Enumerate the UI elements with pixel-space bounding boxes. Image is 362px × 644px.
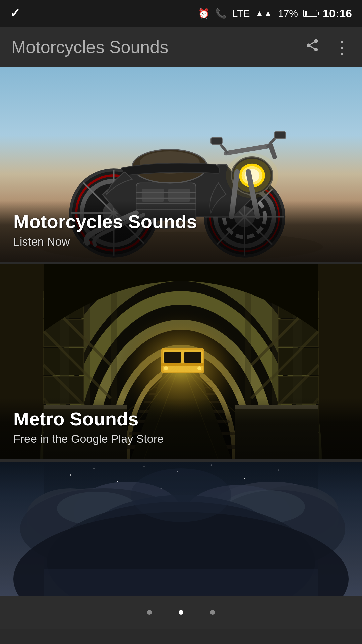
svg-rect-37 [211,138,222,144]
phone-icon: 📞 [215,8,227,19]
svg-point-108 [70,474,71,476]
content-area: Motorcycles Sounds Listen Now [0,67,362,596]
motorcycle-card-title: Motorcycles Sounds [13,211,349,232]
metro-card-subtitle: Free in the Google Play Store [13,432,349,445]
svg-line-35 [271,146,275,157]
nightsky-card-image [0,462,362,596]
status-left: ✓ [10,6,20,20]
svg-rect-93 [184,352,201,363]
share-icon[interactable] [305,38,320,56]
svg-rect-92 [164,352,181,363]
svg-point-110 [117,481,118,482]
svg-point-109 [94,468,95,469]
metro-card-title: Metro Sounds [13,408,349,430]
svg-point-134 [131,468,231,522]
toolbar-actions: ⋮ [305,37,351,57]
metro-card-overlay: Metro Sounds Free in the Google Play Sto… [0,398,362,459]
svg-point-95 [197,366,201,370]
svg-rect-133 [44,569,318,596]
nav-dot-3 [210,610,215,615]
nav-dot-1 [147,610,152,615]
svg-rect-21 [168,189,190,202]
bottom-nav [0,596,362,629]
battery-icon [303,10,317,17]
svg-rect-20 [142,189,164,202]
svg-point-111 [144,466,145,467]
signal-icon: ▲▲ [255,8,273,19]
lte-label: LTE [232,8,250,19]
svg-point-113 [211,465,212,466]
svg-point-115 [278,470,279,471]
motorcycle-card-subtitle: Listen Now [13,235,349,248]
card-divider-1 [0,262,362,264]
toolbar: Motorcycles Sounds ⋮ [0,27,362,67]
nav-dot-2 [179,610,183,615]
status-right: ⏰ 📞 LTE ▲▲ 17% 10:16 [198,7,352,20]
svg-point-114 [244,478,245,479]
nightsky-sounds-card[interactable] [0,462,362,596]
nightsky-illustration [0,462,362,596]
svg-point-94 [164,366,168,370]
alarm-icon: ⏰ [198,8,210,19]
checkmark-icon: ✓ [10,6,20,20]
status-time: 10:16 [323,7,352,20]
motorcycle-sounds-card[interactable]: Motorcycles Sounds Listen Now [0,67,362,262]
more-options-icon[interactable]: ⋮ [333,37,351,57]
status-bar: ✓ ⏰ 📞 LTE ▲▲ 17% 10:16 [0,0,362,27]
card-divider-2 [0,459,362,462]
motorcycle-card-overlay: Motorcycles Sounds Listen Now [0,201,362,262]
svg-line-34 [226,146,271,153]
svg-rect-39 [275,132,286,139]
metro-sounds-card[interactable]: Metro Sounds Free in the Google Play Sto… [0,264,362,459]
battery-percent: 17% [278,8,298,19]
nightsky-background [0,462,362,596]
page-title: Motorcycles Sounds [11,37,168,57]
